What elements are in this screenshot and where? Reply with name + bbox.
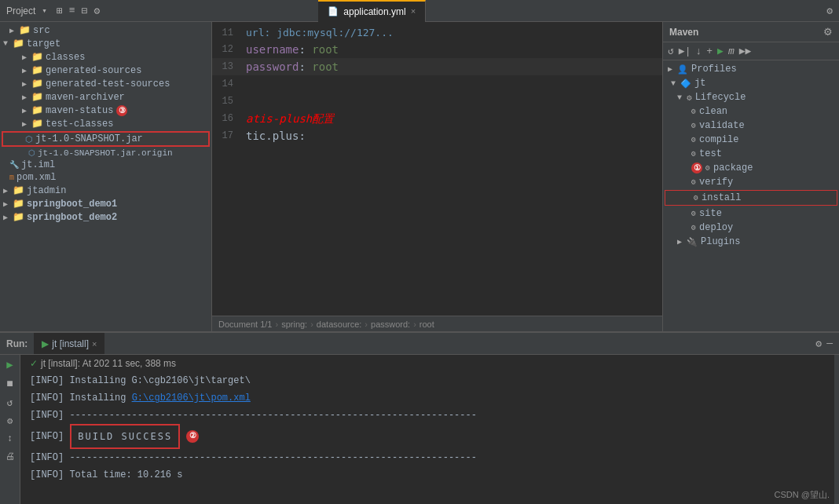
list-item[interactable]: ▶ 📁 test-classes <box>0 117 211 130</box>
maven-item-label: site <box>699 208 722 219</box>
maven-header: Maven ⚙ <box>663 22 839 42</box>
run-rerun-icon[interactable]: ↺ <box>7 396 13 409</box>
icon-settings[interactable]: ⚙ <box>93 5 100 17</box>
list-item[interactable]: ▶ 📁 maven-status ③ <box>0 104 211 117</box>
list-item[interactable]: m pom.xml <box>0 171 211 184</box>
icon-list[interactable]: ≡ <box>69 5 75 16</box>
maven-lifecycle-item[interactable]: ▼ ⚙ Lifecycle <box>663 90 839 104</box>
line-number: 13 <box>212 58 240 75</box>
run-line: [INFO] Installing G:\cgb2106\jt\target\ <box>30 372 825 389</box>
maven-plugins-item[interactable]: ▶ 🔌 Plugins <box>663 235 839 249</box>
maven-test-item[interactable]: ⚙ test <box>663 147 839 161</box>
code-line-11: 11 url: jdbc:mysql://127... <box>212 25 662 41</box>
maven-project-item[interactable]: ▼ 🔷 jt <box>663 76 839 90</box>
run-line: [INFO] ---------------------------------… <box>30 449 825 466</box>
badge-1: ① <box>691 163 702 173</box>
list-item[interactable]: ▶ 📁 maven-archiver <box>0 90 211 104</box>
maven-deploy-item[interactable]: ⚙ deploy <box>663 221 839 235</box>
maven-item-label: Profiles <box>691 64 737 75</box>
maven-gear-icon[interactable]: ⚙ <box>823 26 833 38</box>
list-item[interactable]: ▶ 📁 springboot_demo2 <box>0 210 211 224</box>
run-settings-icon[interactable]: ⚙ <box>7 415 13 427</box>
maven-skip-btn[interactable]: ▶▶ <box>739 45 752 57</box>
run-print-icon[interactable]: 🖨 <box>5 451 15 462</box>
tree-item-label: jt.iml <box>21 159 55 170</box>
icon-collapse[interactable]: ⊟ <box>82 5 88 17</box>
project-dropdown-icon[interactable]: ▾ <box>42 5 47 16</box>
folder-icon: 📁 <box>13 211 24 223</box>
arrow-icon: ▶ <box>3 213 13 222</box>
maven-item-label: compile <box>699 134 738 145</box>
file-tab-close[interactable]: × <box>411 7 416 16</box>
tree-item-label: classes <box>46 52 85 63</box>
list-item[interactable]: ▼ 📁 target <box>0 37 211 50</box>
file-tab-icon: 📄 <box>328 6 339 16</box>
maven-run-config-btn[interactable]: ▶| <box>679 45 691 57</box>
run-status-text: jt [install]: At 202 11 sec, 388 ms <box>41 358 176 369</box>
list-item[interactable]: ▶ 📁 jtadmin <box>0 184 211 197</box>
run-left-bar: ▶ ■ ↺ ⚙ ↕ 🖨 <box>0 355 20 504</box>
maven-gear-icon[interactable]: ⚙ <box>826 5 833 17</box>
arrow-icon: ▶ <box>3 199 13 209</box>
list-item[interactable]: ▶ 📁 generated-test-sources <box>0 77 211 90</box>
phase-icon: ⚙ <box>705 163 710 173</box>
profiles-icon: 👤 <box>677 64 688 75</box>
maven-item-label: jt <box>694 78 705 89</box>
run-success-line: [INFO] BUILD SUCCESS ② <box>30 424 825 449</box>
maven-profiles-item[interactable]: ▶ 👤 Profiles <box>663 62 839 76</box>
run-play-icon[interactable]: ▶ <box>6 358 13 371</box>
code-line-15: 15 <box>212 93 662 110</box>
breadcrumb-text: Document 1/1 <box>218 320 272 329</box>
maven-compile-item[interactable]: ⚙ compile <box>663 133 839 147</box>
phase-icon: ⚙ <box>694 193 698 203</box>
run-tab[interactable]: ▶ jt [install] × <box>34 333 104 354</box>
maven-package-item[interactable]: ① ⚙ package <box>663 161 839 175</box>
maven-item-label: clean <box>699 106 727 117</box>
maven-verify-item[interactable]: ⚙ verify <box>663 175 839 189</box>
run-line: [INFO] Total time: 10.216 s <box>30 466 825 484</box>
run-status-line: ✓ jt [install]: At 202 11 sec, 388 ms <box>30 358 825 369</box>
run-link[interactable]: G:\cgb2106\jt\pom.xml <box>132 393 251 404</box>
project-panel: ▶ 📁 src ▼ 📁 target ▶ 📁 classes <box>0 22 212 331</box>
run-stop-icon[interactable]: ■ <box>6 378 13 390</box>
maven-site-item[interactable]: ⚙ site <box>663 206 839 221</box>
folder-icon: 📁 <box>31 78 43 89</box>
list-item[interactable]: ▶ 📁 generated-sources <box>0 64 211 77</box>
list-item[interactable]: ▶ 📁 src <box>0 24 211 37</box>
line-number: 15 <box>212 93 240 110</box>
maven-add-btn[interactable]: + <box>706 46 713 57</box>
maven-validate-item[interactable]: ⚙ validate <box>663 119 839 133</box>
maven-clean-item[interactable]: ⚙ clean <box>663 104 839 119</box>
run-gear-icon[interactable]: ⚙ <box>815 338 822 350</box>
run-minimize-icon[interactable]: — <box>826 338 833 349</box>
project-icon: 🔷 <box>680 79 691 89</box>
run-tab-close[interactable]: × <box>92 339 97 349</box>
line-content: password: root <box>240 58 339 75</box>
tree-item-label: maven-archiver <box>46 92 125 103</box>
run-label: Run: <box>0 338 34 349</box>
maven-play-btn[interactable]: ▶ <box>717 45 724 57</box>
list-item[interactable]: 🔧 jt.iml <box>0 159 211 171</box>
icon-grid[interactable]: ⊞ <box>57 5 63 17</box>
editor-panel: 11 url: jdbc:mysql://127... 12 username:… <box>212 22 839 331</box>
tree-item-label: springboot_demo1 <box>27 199 117 210</box>
maven-refresh-btn[interactable]: ↺ <box>668 45 674 57</box>
code-line-16: 16 atis-plush配置 <box>212 110 662 127</box>
maven-download-btn[interactable]: ↓ <box>695 46 702 57</box>
maven-m-btn[interactable]: m <box>728 46 735 57</box>
run-line: [INFO] Installing G:\cgb2106\jt\pom.xml <box>30 389 825 407</box>
arrow-icon: ▶ <box>22 66 31 75</box>
list-item[interactable]: ⬡ jt-1.0-SNAPSHOT.jar.origin <box>0 148 211 159</box>
jar-file-item[interactable]: ⬡ jt-1.0-SNAPSHOT.jar <box>2 131 210 147</box>
run-line: [INFO] ---------------------------------… <box>30 407 825 424</box>
arrow-icon: ▼ <box>3 39 13 48</box>
tree-item-label: test-classes <box>46 119 113 130</box>
list-item[interactable]: ▶ 📁 classes <box>0 50 211 64</box>
code-line-13: 13 password: root <box>212 58 662 75</box>
line-number: 16 <box>212 110 240 127</box>
line-number: 11 <box>212 25 240 41</box>
file-tab[interactable]: 📄 application.yml × <box>318 0 426 22</box>
list-item[interactable]: ▶ 📁 springboot_demo1 <box>0 197 211 210</box>
run-scroll-icon[interactable]: ↕ <box>7 433 13 444</box>
maven-install-item[interactable]: ⚙ install <box>665 190 837 206</box>
